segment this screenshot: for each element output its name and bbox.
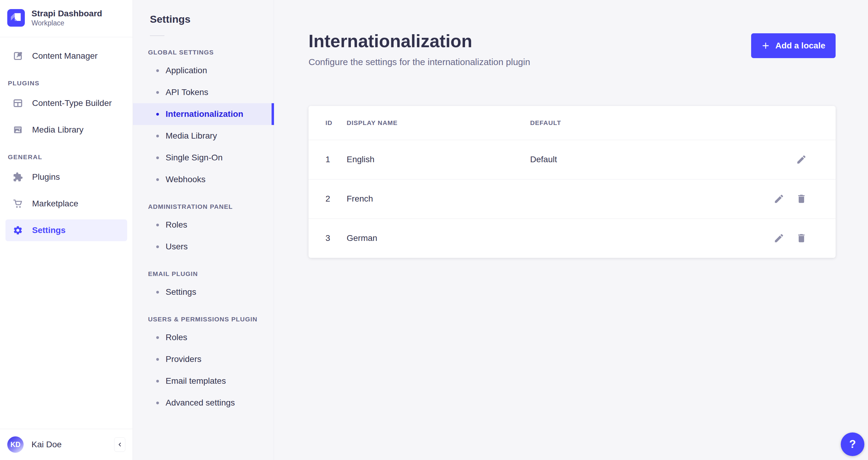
locales-table-card: ID DISPLAY NAME DEFAULT 1 English Defaul… <box>309 106 836 258</box>
cell-id: 2 <box>309 179 347 219</box>
subnav-item-email-settings[interactable]: Settings <box>133 281 274 303</box>
bullet-icon <box>156 69 159 72</box>
bullet-icon <box>156 358 159 361</box>
nav-item-label: Settings <box>32 226 65 235</box>
bullet-icon <box>156 157 159 159</box>
pencil-icon <box>774 193 784 204</box>
nav-item-label: Plugins <box>32 172 60 182</box>
help-button[interactable]: ? <box>841 432 864 456</box>
bullet-icon <box>156 91 159 94</box>
main-content: Internationalization Configure the setti… <box>274 0 868 460</box>
subnav-section-global-settings: GLOBAL SETTINGS <box>148 49 274 56</box>
add-locale-button[interactable]: Add a locale <box>751 33 836 58</box>
subnav-title: Settings <box>150 13 274 25</box>
settings-subnav: Settings GLOBAL SETTINGS Application API… <box>133 0 274 460</box>
collapse-sidebar-button[interactable] <box>114 437 125 452</box>
table-header-row: ID DISPLAY NAME DEFAULT <box>309 106 836 140</box>
pencil-icon <box>774 233 784 243</box>
cell-default <box>530 179 739 219</box>
edit-locale-button[interactable] <box>796 154 807 165</box>
column-header-display-name: DISPLAY NAME <box>347 106 530 140</box>
cell-display-name: French <box>347 179 530 219</box>
bullet-icon <box>156 178 159 181</box>
bullet-icon <box>156 402 159 404</box>
nav-item-media-library[interactable]: Media Library <box>5 119 127 141</box>
cell-default <box>530 219 739 258</box>
cell-default: Default <box>530 140 739 179</box>
nav-item-content-type-builder[interactable]: Content-Type Builder <box>5 92 127 114</box>
subnav-title-rule <box>150 35 164 36</box>
subnav-item-media-library[interactable]: Media Library <box>133 125 274 147</box>
delete-locale-button[interactable] <box>796 232 807 244</box>
table-row: 1 English Default <box>309 140 836 179</box>
cell-id: 3 <box>309 219 347 258</box>
media-library-icon <box>13 125 23 135</box>
nav-item-label: Content Manager <box>32 51 97 61</box>
main-nav: Content Manager PLUGINS Content-Type Bui… <box>0 37 133 246</box>
subnav-item-up-providers[interactable]: Providers <box>133 348 274 370</box>
delete-locale-button[interactable] <box>796 193 807 205</box>
add-locale-label: Add a locale <box>775 41 825 51</box>
table-row: 3 German <box>309 219 836 258</box>
page-header: Internationalization Configure the setti… <box>309 31 836 67</box>
strapi-logo-icon <box>7 9 25 27</box>
pencil-icon <box>796 154 807 165</box>
column-header-default: DEFAULT <box>530 106 739 140</box>
nav-item-marketplace[interactable]: Marketplace <box>5 193 127 215</box>
sidebar-footer: KD Kai Doe <box>0 429 133 460</box>
nav-section-general: GENERAL <box>8 154 127 161</box>
nav-item-plugins[interactable]: Plugins <box>5 166 127 188</box>
settings-icon <box>13 225 23 235</box>
locales-table: ID DISPLAY NAME DEFAULT 1 English Defaul… <box>309 106 836 258</box>
page-title: Internationalization <box>309 31 530 51</box>
bullet-icon <box>156 135 159 137</box>
subnav-item-up-roles[interactable]: Roles <box>133 327 274 348</box>
nav-section-plugins: PLUGINS <box>8 79 127 87</box>
trash-icon <box>796 193 807 204</box>
table-row: 2 French <box>309 179 836 219</box>
subnav-item-up-email-templates[interactable]: Email templates <box>133 370 274 392</box>
bullet-icon <box>156 291 159 294</box>
edit-locale-button[interactable] <box>773 193 785 205</box>
subnav-item-application[interactable]: Application <box>133 60 274 81</box>
subnav-section-users-permissions-plugin: USERS & PERMISSIONS PLUGIN <box>148 316 274 323</box>
page-subtitle: Configure the settings for the internati… <box>309 57 530 67</box>
subnav-item-single-sign-on[interactable]: Single Sign-On <box>133 147 274 169</box>
cell-display-name: German <box>347 219 530 258</box>
chevron-left-icon <box>117 441 123 448</box>
subnav-item-admin-users[interactable]: Users <box>133 236 274 258</box>
avatar[interactable]: KD <box>7 436 24 453</box>
cell-display-name: English <box>347 140 530 179</box>
column-header-id: ID <box>309 106 347 140</box>
main-sidebar: Strapi Dashboard Workplace Content Manag… <box>0 0 133 460</box>
nav-item-label: Content-Type Builder <box>32 98 112 108</box>
subnav-item-admin-roles[interactable]: Roles <box>133 214 274 236</box>
bullet-icon <box>156 380 159 383</box>
workspace-switcher[interactable]: Strapi Dashboard Workplace <box>0 0 133 37</box>
workspace-title: Strapi Dashboard <box>31 8 102 19</box>
subnav-section-administration-panel: ADMINISTRATION PANEL <box>148 203 274 210</box>
plugins-icon <box>13 172 23 182</box>
bullet-icon <box>156 245 159 248</box>
bullet-icon <box>156 224 159 226</box>
cell-id: 1 <box>309 140 347 179</box>
subnav-section-email-plugin: EMAIL PLUGIN <box>148 270 274 277</box>
marketplace-icon <box>13 199 23 209</box>
trash-icon <box>796 233 807 243</box>
subnav-item-internationalization[interactable]: Internationalization <box>133 103 274 125</box>
bullet-icon <box>156 336 159 339</box>
content-manager-icon <box>13 51 23 61</box>
nav-item-label: Marketplace <box>32 199 79 208</box>
bullet-icon <box>156 113 159 116</box>
plus-icon <box>762 41 770 50</box>
subnav-item-api-tokens[interactable]: API Tokens <box>133 81 274 103</box>
edit-locale-button[interactable] <box>773 232 785 244</box>
content-type-builder-icon <box>13 98 23 108</box>
nav-item-content-manager[interactable]: Content Manager <box>5 45 127 67</box>
column-header-actions <box>739 106 836 140</box>
subnav-item-webhooks[interactable]: Webhooks <box>133 169 274 190</box>
nav-item-settings[interactable]: Settings <box>5 220 127 241</box>
nav-item-label: Media Library <box>32 125 84 135</box>
workspace-subtitle: Workplace <box>31 19 102 27</box>
subnav-item-up-advanced-settings[interactable]: Advanced settings <box>133 392 274 414</box>
